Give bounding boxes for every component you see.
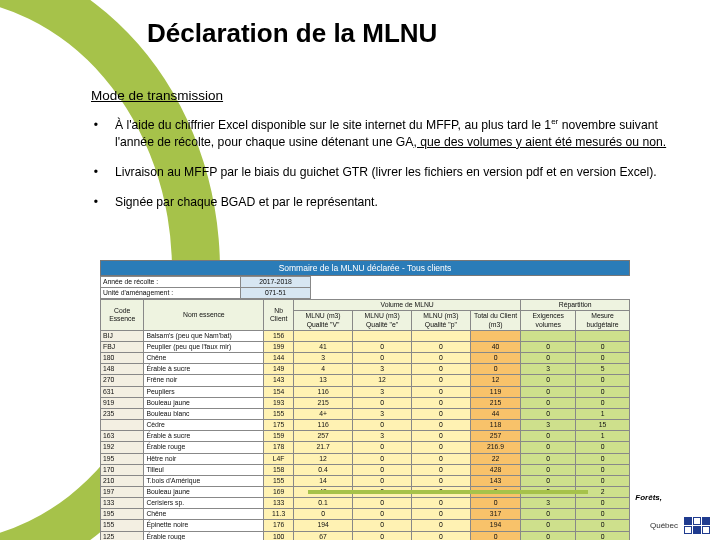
table-row: 148Érable à sucre149430035	[101, 364, 630, 375]
table-row: 180Chêne144300000	[101, 353, 630, 364]
table-row: 192Érable rouge17821.700216.900	[101, 442, 630, 453]
table-row: 919Bouleau jaune1932150021500	[101, 397, 630, 408]
bullet-list: •À l'aide du chiffrier Excel disponible …	[91, 117, 691, 211]
table-row: 133Cerisiers sp.1330.100030	[101, 498, 630, 509]
table-title: Sommaire de la MLNU déclarée - Tous clie…	[100, 260, 630, 276]
content: Mode de transmission •À l'aide du chiffr…	[91, 88, 691, 225]
summary-table: Sommaire de la MLNU déclarée - Tous clie…	[100, 260, 630, 540]
list-item: •Livraison au MFFP par le biais du guich…	[91, 164, 691, 180]
bullet-text: Signée par chaque BGAD et par le représe…	[115, 194, 378, 210]
footer-quebec-logo: Québec	[650, 517, 710, 534]
list-item: •Signée par chaque BGAD et par le représ…	[91, 194, 691, 210]
data-table: Code Essence Nom essence Nb Client Volum…	[100, 299, 630, 540]
table-row: 235Bouleau blanc1554+304401	[101, 408, 630, 419]
table-row: 125Érable rouge1006700000	[101, 531, 630, 540]
table-row: 195Hêtre noirL4F12002200	[101, 453, 630, 464]
bullet-text: Livraison au MFFP par le biais du guiche…	[115, 164, 657, 180]
bullet-text: À l'aide du chiffrier Excel disponible s…	[115, 117, 691, 150]
table-row: 195Chêne11.300031700	[101, 509, 630, 520]
table-row: FBJPeuplier (peu que l'faux mir)19941004…	[101, 341, 630, 352]
list-item: •À l'aide du chiffrier Excel disponible …	[91, 117, 691, 150]
table-row: 170Tilleul1580.40042800	[101, 464, 630, 475]
table-row: 270Frêne noir143131201200	[101, 375, 630, 386]
meta-table: Année de récolte :2017-2018 Unité d'amén…	[100, 276, 630, 299]
table-row: 163Érable à sucre1592573025701	[101, 431, 630, 442]
quebec-label: Québec	[650, 521, 678, 530]
decorative-bar	[308, 490, 588, 494]
page-title: Déclaration de la MLNU	[147, 18, 437, 49]
footer-forets: Forêts,	[635, 493, 662, 502]
fleur-de-lis-icon	[684, 517, 710, 534]
section-heading: Mode de transmission	[91, 88, 691, 103]
table-row: BIJBalsam's (peu que Nam'bat)156	[101, 330, 630, 341]
table-row: 155Épinette noire1761940019400	[101, 520, 630, 531]
table-row: 210T.bois d'Amérique155140014300	[101, 475, 630, 486]
table-row: 631Peupliers1541163011900	[101, 386, 630, 397]
table-row: Cèdre17511600118315	[101, 420, 630, 431]
